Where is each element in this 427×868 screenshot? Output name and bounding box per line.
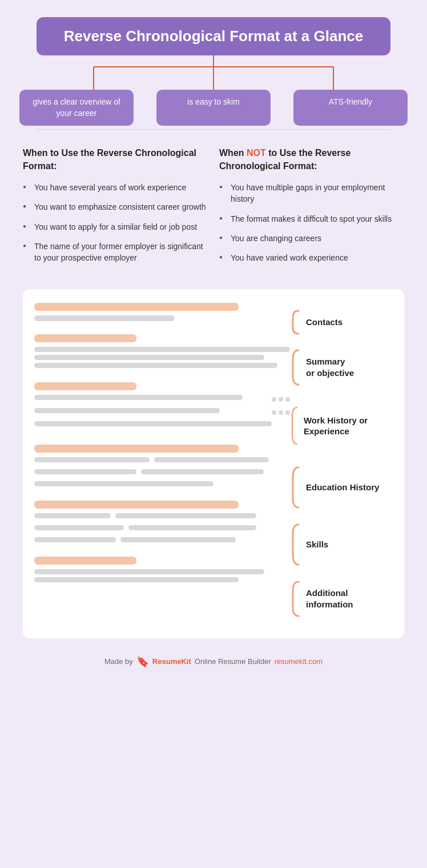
list-item: You are changing careers xyxy=(219,233,404,244)
summary-label: Summaryor objective xyxy=(306,356,354,378)
label-contacts: Contacts xyxy=(290,303,393,342)
resume-visual: Contacts Summaryor objective W xyxy=(23,289,404,638)
page: Reverse Chronological Format at a Glance… xyxy=(0,0,427,689)
header-box: Reverse Chronological Format at a Glance xyxy=(37,17,390,55)
list-item: You have multiple gaps in your employmen… xyxy=(219,182,404,205)
label-additional: Additionalinformation xyxy=(290,573,393,625)
page-title: Reverse Chronological Format at a Glance xyxy=(54,27,373,45)
list-item: The name of your former employer is sign… xyxy=(23,241,208,264)
footer-made-by: Made by xyxy=(104,657,133,666)
label-skills: Skills xyxy=(290,516,393,573)
not-label: NOT xyxy=(247,148,266,158)
skeleton-summary xyxy=(34,334,290,372)
contacts-label: Contacts xyxy=(306,317,343,328)
when-to-use-heading: When to Use the Reverse Chronological Fo… xyxy=(23,147,208,173)
when-section: When to Use the Reverse Chronological Fo… xyxy=(17,147,410,271)
when-to-use-col: When to Use the Reverse Chronological Fo… xyxy=(23,147,208,271)
bracket-work-icon xyxy=(290,400,299,451)
list-item: You want to emphasize consistent career … xyxy=(23,201,208,213)
when-not-to-use-heading: When NOT to Use the Reverse Chronologica… xyxy=(219,147,404,173)
additional-label: Additionalinformation xyxy=(306,587,353,610)
education-label: Education History xyxy=(306,482,379,493)
bracket-education-icon xyxy=(290,465,301,510)
resume-doc xyxy=(34,303,290,625)
sub-box-overview: gives a clear overview of your career xyxy=(19,90,134,126)
label-summary: Summaryor objective xyxy=(290,342,393,393)
footer: Made by 🔖 ResumeKit Online Resume Builde… xyxy=(17,650,410,677)
sub-boxes-container: gives a clear overview of your career is… xyxy=(19,90,408,126)
list-item: The format makes it difficult to spot yo… xyxy=(219,213,404,225)
bracket-additional-icon xyxy=(290,579,301,619)
label-education: Education History xyxy=(290,459,393,516)
when-to-use-list: You have several years of work experienc… xyxy=(23,182,208,263)
skeleton-skills xyxy=(34,501,290,546)
skills-label: Skills xyxy=(306,539,328,550)
list-item: You have varied work experience xyxy=(219,252,404,263)
sub-box-skim: is easy to skim xyxy=(156,90,271,126)
skeleton-additional xyxy=(34,557,290,586)
when-not-to-use-list: You have multiple gaps in your employmen… xyxy=(219,182,404,263)
bracket-skills-icon xyxy=(290,522,301,567)
footer-url[interactable]: resumekit.com xyxy=(274,657,323,666)
divider xyxy=(37,129,390,130)
resumekit-logo-icon: 🔖 xyxy=(136,655,149,668)
footer-description: Online Resume Builder xyxy=(195,657,271,666)
resume-labels: Contacts Summaryor objective W xyxy=(290,303,393,625)
skeleton-education xyxy=(34,445,290,490)
bracket-contacts-icon xyxy=(290,308,301,337)
list-item: You want to apply for a similar field or… xyxy=(23,221,208,233)
label-work: Work History or Experience xyxy=(290,393,393,459)
skeleton-work xyxy=(34,382,290,434)
sub-box-ats: ATS-friendly xyxy=(293,90,408,126)
bracket-summary-icon xyxy=(290,347,301,387)
tree-connector xyxy=(37,55,390,90)
list-item: You have several years of work experienc… xyxy=(23,182,208,193)
brand-name: ResumeKit xyxy=(152,657,191,666)
when-not-to-use-col: When NOT to Use the Reverse Chronologica… xyxy=(219,147,404,271)
work-label: Work History or Experience xyxy=(304,415,393,437)
skeleton-contacts xyxy=(34,303,290,325)
